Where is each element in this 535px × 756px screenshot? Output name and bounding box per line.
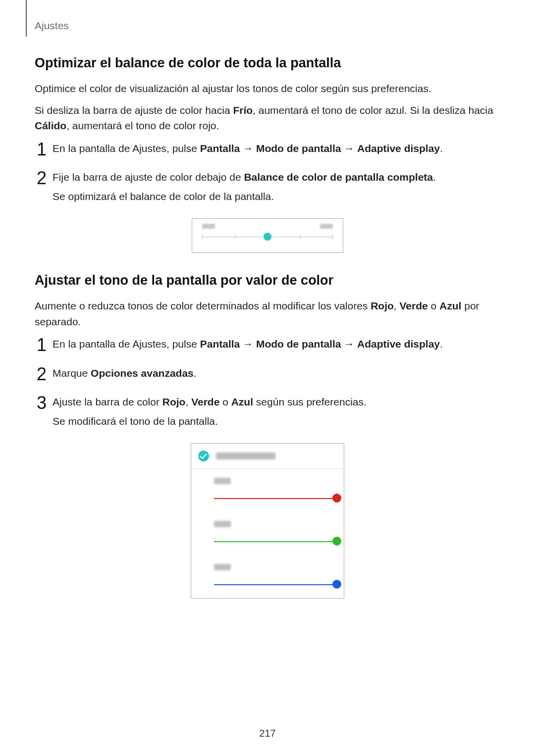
section1-step-2: Fije la barra de ajuste de color debajo …: [35, 169, 500, 204]
text: ,: [394, 300, 400, 311]
bold-rojo: Rojo: [371, 300, 394, 311]
text: Marque: [53, 367, 91, 379]
section2-paragraph-1: Aumente o reduzca tonos de color determi…: [35, 298, 500, 329]
text: Aumente o reduzca tonos de color determi…: [35, 300, 371, 311]
fig2-blue-thumb: [332, 580, 341, 589]
fig2-advanced-row: [191, 444, 344, 469]
fig2-blue-block: [191, 555, 344, 598]
section1-step-2-note: Se optimizará el balance de color de la …: [53, 189, 500, 205]
fig2-green-thumb: [332, 537, 341, 546]
bold-verde: Verde: [400, 300, 428, 311]
text: , aumentará el tono de color azul. Si la…: [253, 104, 493, 116]
fig2-blue-track: [214, 579, 337, 590]
bold-pantalla: Pantalla: [200, 143, 240, 154]
text: según sus preferencias.: [253, 396, 367, 407]
section1-paragraph-1: Optimice el color de visualización al aj…: [35, 81, 500, 97]
fig1-tick: [300, 235, 301, 239]
fig1-tick: [332, 235, 333, 239]
fig2-green-line: [214, 541, 337, 542]
section2-step-3-note: Se modificará el tono de la pantalla.: [53, 413, 500, 430]
checkmark-icon: [198, 451, 209, 461]
fig1-slider-track: [202, 234, 333, 241]
bold-verde: Verde: [191, 396, 219, 407]
text: Ajuste la barra de color: [53, 396, 162, 407]
fig2-red-thumb: [332, 494, 341, 503]
fig2-blue-label: [214, 564, 231, 570]
bold-balance: Balance de color de pantalla completa: [244, 171, 433, 183]
figure-1-wrap: [35, 218, 500, 253]
bold-frio: Frío: [233, 104, 253, 116]
bold-modo: Modo de pantalla: [256, 143, 341, 154]
section2-step-3: Ajuste la barra de color Rojo, Verde o A…: [35, 394, 500, 429]
fig2-green-label: [214, 521, 231, 527]
fig1-tick: [202, 235, 203, 239]
fig2-red-label: [214, 478, 231, 484]
page-number: 217: [0, 728, 535, 739]
fig2-blue-line: [214, 584, 337, 585]
figure-2-wrap: [35, 443, 500, 599]
fig1-label-cool: [202, 224, 215, 229]
text: .: [194, 367, 197, 379]
bold-azul: Azul: [231, 396, 253, 407]
text: o: [428, 300, 439, 311]
text: .: [433, 171, 436, 183]
section1-steps: En la pantalla de Ajustes, pulse Pantall…: [35, 141, 500, 205]
section1-title: Optimizar el balance de color de toda la…: [35, 55, 500, 71]
fig2-red-block: [191, 469, 344, 512]
figure-color-balance: [192, 218, 343, 253]
fig2-red-line: [214, 498, 337, 499]
bold-modo: Modo de pantalla: [256, 338, 341, 350]
text: Si desliza la barra de ajuste de color h…: [35, 104, 233, 116]
bold-opciones: Opciones avanzadas: [91, 367, 194, 379]
text: En la pantalla de Ajustes, pulse: [53, 143, 200, 154]
text: En la pantalla de Ajustes, pulse: [53, 338, 200, 350]
bold-adaptive: Adaptive display: [357, 143, 440, 154]
arrow-sep: →: [341, 143, 357, 154]
arrow-sep: →: [240, 338, 256, 350]
fig2-green-track: [214, 536, 337, 547]
arrow-sep: →: [341, 338, 357, 350]
fig1-slider-thumb: [264, 233, 271, 241]
section2-steps: En la pantalla de Ajustes, pulse Pantall…: [35, 336, 500, 429]
fig1-tick: [235, 235, 235, 239]
bold-rojo: Rojo: [162, 396, 186, 407]
fig1-label-warm: [320, 224, 333, 229]
text: .: [440, 338, 443, 350]
section2-title: Ajustar el tono de la pantalla por valor…: [35, 273, 500, 288]
arrow-sep: →: [240, 143, 256, 154]
text: Fije la barra de ajuste de color debajo …: [53, 171, 244, 183]
fig2-advanced-label: [216, 453, 275, 459]
text: , aumentará el tono de color rojo.: [66, 120, 219, 131]
section1-step-1: En la pantalla de Ajustes, pulse Pantall…: [35, 141, 500, 157]
section2-step-2: Marque Opciones avanzadas.: [35, 365, 500, 382]
text: .: [440, 143, 443, 154]
fig1-labels: [202, 224, 333, 229]
bold-pantalla: Pantalla: [200, 338, 240, 350]
section2-step-1: En la pantalla de Ajustes, pulse Pantall…: [35, 336, 500, 353]
text: o: [219, 396, 231, 407]
text: ,: [185, 396, 191, 407]
bold-calido: Cálido: [35, 120, 66, 131]
breadcrumb: Ajustes: [35, 20, 500, 32]
bold-azul: Azul: [439, 300, 461, 311]
figure-rgb-sliders: [191, 443, 344, 599]
fig2-green-block: [191, 512, 344, 555]
fig2-red-track: [214, 493, 337, 504]
bold-adaptive: Adaptive display: [357, 338, 440, 350]
section1-paragraph-2: Si desliza la barra de ajuste de color h…: [35, 102, 500, 134]
page-edge-marker: [26, 0, 27, 37]
